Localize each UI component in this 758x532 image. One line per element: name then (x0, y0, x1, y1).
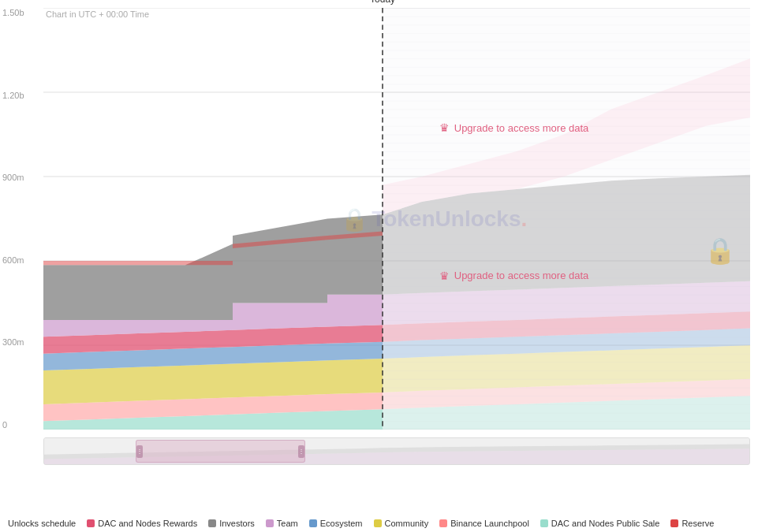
legend-label-reserve: Reserve (681, 519, 714, 528)
legend-dot-ecosystem (309, 519, 317, 527)
upgrade-top-message[interactable]: ♛ Upgrade to access more data (439, 121, 589, 134)
crown-icon-top: ♛ (439, 121, 450, 134)
legend-label-dac-rewards: DAC and Nodes Rewards (98, 519, 197, 528)
y-label-150b: 1.50b (2, 8, 24, 17)
legend-label-community: Community (385, 519, 429, 528)
legend-label-ecosystem: Ecosystem (320, 519, 363, 528)
scrollbar-thumb[interactable]: ⋮ ⋮ (136, 440, 305, 463)
legend-item-ecosystem: Ecosystem (309, 519, 363, 528)
legend-dot-binance (439, 519, 447, 527)
legend-item-investors: Investors (208, 519, 255, 528)
legend-label-dac-public: DAC and Nodes Public Sale (551, 519, 660, 528)
y-label-300m: 300m (2, 337, 24, 347)
scrollbar-left-handle[interactable]: ⋮ (136, 445, 143, 458)
legend: Unlocks schedule DAC and Nodes Rewards I… (0, 519, 758, 528)
crown-icon-bottom: ♛ (439, 270, 450, 282)
stacked-area-chart (43, 8, 750, 430)
y-label-600m: 600m (2, 255, 24, 265)
scrollbar-right-handle[interactable]: ⋮ (298, 445, 304, 458)
legend-dot-reserve (670, 519, 678, 527)
y-label-120b: 1.20b (2, 91, 24, 100)
legend-item-dac-public: DAC and Nodes Public Sale (540, 519, 660, 528)
legend-item-dac-rewards: DAC and Nodes Rewards (87, 519, 197, 528)
legend-label-investors: Investors (219, 519, 255, 528)
legend-label-binance: Binance Launchpool (450, 519, 529, 528)
lock-icon-right: 🔒 (704, 236, 736, 266)
legend-dot-investors (208, 519, 216, 527)
today-label: Today (370, 0, 395, 5)
legend-label-team: Team (277, 519, 298, 528)
legend-label-unlocks-schedule: Unlocks schedule (8, 519, 76, 528)
scrollbar-container[interactable]: ⋮ ⋮ (43, 437, 750, 465)
y-label-900m: 900m (2, 173, 24, 182)
svg-rect-24 (383, 8, 750, 430)
y-label-0: 0 (2, 420, 24, 430)
legend-dot-dac-rewards (87, 519, 95, 527)
legend-item-unlocks-schedule: Unlocks schedule (8, 519, 76, 528)
legend-dot-community (374, 519, 382, 527)
chart-container: Chart in UTC + 00:00 Time (0, 0, 758, 532)
legend-item-reserve: Reserve (670, 519, 714, 528)
legend-item-community: Community (374, 519, 429, 528)
legend-dot-team (266, 519, 274, 527)
chart-area: Today 1.50b 1.20b 900m 600m 300m 0 01 Ma… (43, 8, 750, 430)
legend-dot-dac-public (540, 519, 548, 527)
legend-item-binance: Binance Launchpool (439, 519, 529, 528)
upgrade-bottom-message[interactable]: ♛ Upgrade to access more data (439, 270, 589, 282)
legend-item-team: Team (266, 519, 298, 528)
